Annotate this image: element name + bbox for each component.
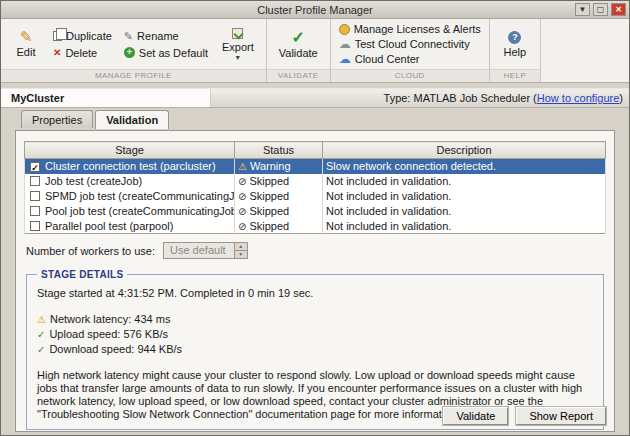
description-cell: Not included in validation. — [323, 174, 606, 189]
table-row[interactable]: Pool job test (createCommunicatingJob) ⊘… — [25, 204, 606, 219]
stage-label: Pool job test (createCommunicatingJob) — [45, 205, 235, 217]
profile-name: MyCluster — [1, 89, 211, 107]
status-label: Skipped — [249, 175, 289, 187]
stage-summary: Stage started at 4:31:52 PM. Completed i… — [37, 286, 593, 300]
tab-validation[interactable]: Validation — [95, 110, 169, 129]
validation-panel: Stage Status Description ✓Cluster connec… — [15, 130, 615, 432]
manage-profile-caption: MANAGE PROFILE — [1, 69, 266, 82]
edit-label: Edit — [17, 46, 36, 58]
help-section: ? Help HELP — [490, 19, 541, 82]
profile-type-prefix: Type: MATLAB Job Scheduler ( — [384, 92, 537, 104]
table-row[interactable]: Parallel pool test (parpool) ⊘Skipped No… — [25, 219, 606, 234]
minimize-icon: ▼ — [579, 5, 587, 14]
test-cloud-connectivity-button[interactable]: ☁ Test Cloud Connectivity — [339, 38, 481, 50]
cloud-center-button[interactable]: ☁ Cloud Center — [339, 53, 481, 65]
delete-icon: ✕ — [53, 47, 61, 58]
row-checkbox[interactable]: ✓ — [30, 162, 40, 172]
status-label: Warning — [250, 160, 291, 172]
help-button[interactable]: ? Help — [498, 29, 532, 60]
validate-section: ✓ Validate VALIDATE — [267, 19, 331, 82]
duplicate-label: Duplicate — [66, 30, 112, 42]
manage-licenses-button[interactable]: Manage Licenses & Alerts — [339, 23, 481, 35]
set-as-default-button[interactable]: + Set as Default — [124, 47, 208, 59]
workers-value: Use default — [164, 243, 234, 258]
manage-licenses-label: Manage Licenses & Alerts — [354, 23, 481, 35]
manage-profile-section: ✎ Edit Duplicate ✎ Rename ✕ Delete — [1, 19, 267, 82]
warning-icon: ⚠ — [238, 161, 247, 172]
description-cell: Slow network connection detected. — [323, 159, 606, 174]
spinner-up-icon[interactable]: ▲ — [235, 243, 247, 251]
table-row[interactable]: SPMD job test (createCommunicatingJob) ⊘… — [25, 189, 606, 204]
row-checkbox[interactable] — [30, 206, 40, 216]
license-badge-icon — [339, 24, 350, 35]
how-to-configure-link[interactable]: How to configure — [537, 92, 620, 104]
cluster-profile-manager-window: Cluster Profile Manager ▼ ▢ ✕ ✎ Edit Dup… — [0, 0, 630, 436]
table-row[interactable]: ✓Cluster connection test (parcluster) ⚠W… — [25, 159, 606, 174]
stage-details-group: STAGE DETAILS Stage started at 4:31:52 P… — [26, 269, 604, 430]
column-header-status: Status — [235, 142, 323, 159]
column-header-stage: Stage — [25, 142, 235, 159]
export-icon — [232, 28, 243, 39]
close-icon: ✕ — [615, 5, 622, 14]
row-checkbox[interactable] — [30, 176, 40, 186]
description-cell: Not included in validation. — [323, 189, 606, 204]
warning-icon: ⚠ — [37, 314, 46, 325]
tab-properties[interactable]: Properties — [21, 110, 93, 128]
skipped-icon: ⊘ — [238, 221, 246, 232]
cloud-blue-icon: ☁ — [339, 54, 351, 65]
workers-spinner[interactable]: Use default ▲ ▼ — [163, 242, 248, 259]
rename-label: Rename — [137, 30, 179, 42]
cloud-center-label: Cloud Center — [355, 53, 420, 65]
row-checkbox[interactable] — [30, 191, 40, 201]
check-icon: ✓ — [31, 163, 39, 173]
row-checkbox[interactable] — [30, 221, 40, 231]
profile-type-suffix: ) — [619, 92, 623, 104]
test-cloud-connectivity-label: Test Cloud Connectivity — [355, 38, 470, 50]
delete-button[interactable]: ✕ Delete — [53, 47, 112, 59]
spinner-down-icon[interactable]: ▼ — [235, 251, 247, 258]
validate-check-icon: ✓ — [292, 30, 305, 45]
cloud-caption: CLOUD — [331, 69, 489, 82]
help-label: Help — [504, 46, 527, 58]
edit-button[interactable]: ✎ Edit — [9, 28, 43, 60]
workers-label: Number of workers to use: — [26, 245, 155, 257]
stage-label: Parallel pool test (parpool) — [45, 220, 173, 232]
skipped-icon: ⊘ — [238, 206, 246, 217]
tab-validation-label: Validation — [106, 114, 158, 126]
column-header-description: Description — [323, 142, 606, 159]
export-button[interactable]: Export ▾ — [218, 26, 258, 63]
validate-caption: VALIDATE — [267, 69, 330, 82]
window-title: Cluster Profile Manager — [257, 4, 373, 16]
set-as-default-icon: + — [124, 47, 135, 58]
window-controls: ▼ ▢ ✕ — [575, 3, 626, 16]
delete-label: Delete — [65, 47, 97, 59]
show-report-button[interactable]: Show Report — [516, 407, 606, 425]
titlebar[interactable]: Cluster Profile Manager ▼ ▢ ✕ — [1, 1, 629, 19]
minimize-button[interactable]: ▼ — [575, 3, 590, 16]
cloud-section: Manage Licenses & Alerts ☁ Test Cloud Co… — [331, 19, 490, 82]
status-label: Skipped — [249, 190, 289, 202]
profile-type: Type: MATLAB Job Scheduler (How to confi… — [211, 89, 629, 107]
rename-icon: ✎ — [124, 30, 133, 43]
toolbar-ribbon: ✎ Edit Duplicate ✎ Rename ✕ Delete — [1, 19, 629, 83]
table-row[interactable]: Job test (createJob) ⊘Skipped Not includ… — [25, 174, 606, 189]
stage-details-title: STAGE DETAILS — [37, 269, 127, 280]
maximize-button[interactable]: ▢ — [593, 3, 608, 16]
validate-ribbon-button[interactable]: ✓ Validate — [275, 28, 322, 61]
duplicate-icon — [53, 31, 62, 41]
skipped-icon: ⊘ — [238, 176, 246, 187]
profile-header-bar: MyCluster Type: MATLAB Job Scheduler (Ho… — [1, 88, 629, 108]
validate-button[interactable]: Validate — [443, 407, 508, 425]
maximize-icon: ▢ — [597, 5, 605, 14]
stage-label: Cluster connection test (parcluster) — [45, 160, 216, 172]
duplicate-button[interactable]: Duplicate — [53, 30, 112, 43]
edit-pencil-icon: ✎ — [20, 30, 33, 44]
description-cell: Not included in validation. — [323, 204, 606, 219]
status-label: Skipped — [249, 220, 289, 232]
export-label: Export — [222, 41, 254, 53]
close-button[interactable]: ✕ — [611, 3, 626, 16]
check-icon: ✓ — [37, 329, 45, 340]
stage-label: SPMD job test (createCommunicatingJob) — [45, 190, 235, 202]
rename-button[interactable]: ✎ Rename — [124, 30, 208, 43]
tab-properties-label: Properties — [32, 114, 82, 126]
